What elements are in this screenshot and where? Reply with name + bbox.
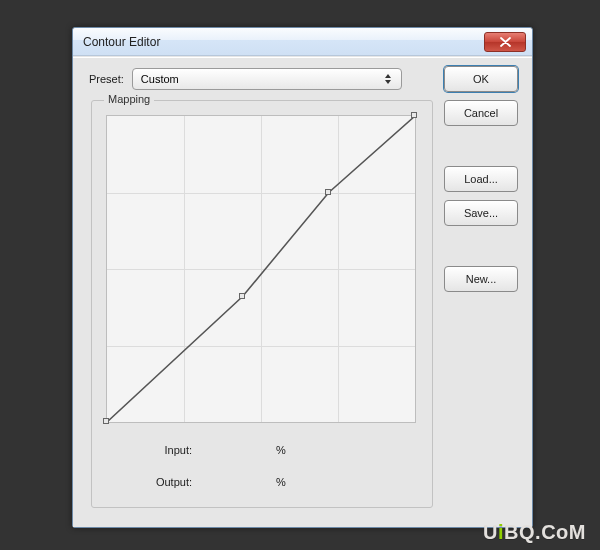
- preset-row: Preset: Custom: [89, 68, 402, 90]
- save-button[interactable]: Save...: [444, 200, 518, 226]
- updown-icon: [383, 72, 393, 86]
- preset-value: Custom: [141, 73, 179, 85]
- watermark: UiBQ.CoM: [483, 521, 586, 544]
- window-title: Contour Editor: [83, 35, 484, 49]
- mapping-groupbox: Mapping Input: % Output:: [91, 100, 433, 508]
- curve-handle[interactable]: [103, 418, 109, 424]
- curve-line: [107, 116, 415, 422]
- titlebar[interactable]: Contour Editor: [73, 28, 532, 56]
- ok-button[interactable]: OK: [444, 66, 518, 92]
- input-value[interactable]: [198, 441, 270, 459]
- output-value[interactable]: [198, 473, 270, 491]
- curve-area[interactable]: [106, 115, 416, 423]
- close-icon: [500, 37, 511, 47]
- input-row: Input: %: [132, 441, 286, 459]
- input-label: Input:: [132, 444, 192, 456]
- load-button[interactable]: Load...: [444, 166, 518, 192]
- output-row: Output: %: [132, 473, 286, 491]
- cancel-button[interactable]: Cancel: [444, 100, 518, 126]
- curve-handle[interactable]: [239, 293, 245, 299]
- new-button[interactable]: New...: [444, 266, 518, 292]
- dialog-body: Preset: Custom OK Cancel Load... Save...…: [73, 57, 532, 527]
- button-column: OK Cancel Load... Save... New...: [444, 66, 518, 292]
- preset-select[interactable]: Custom: [132, 68, 402, 90]
- output-percent: %: [276, 476, 286, 488]
- preset-label: Preset:: [89, 73, 124, 85]
- mapping-label: Mapping: [104, 93, 154, 105]
- close-button[interactable]: [484, 32, 526, 52]
- output-label: Output:: [132, 476, 192, 488]
- input-percent: %: [276, 444, 286, 456]
- contour-editor-dialog: Contour Editor Preset: Custom OK Cancel …: [72, 27, 533, 528]
- curve-handle[interactable]: [325, 189, 331, 195]
- curve-handle[interactable]: [411, 112, 417, 118]
